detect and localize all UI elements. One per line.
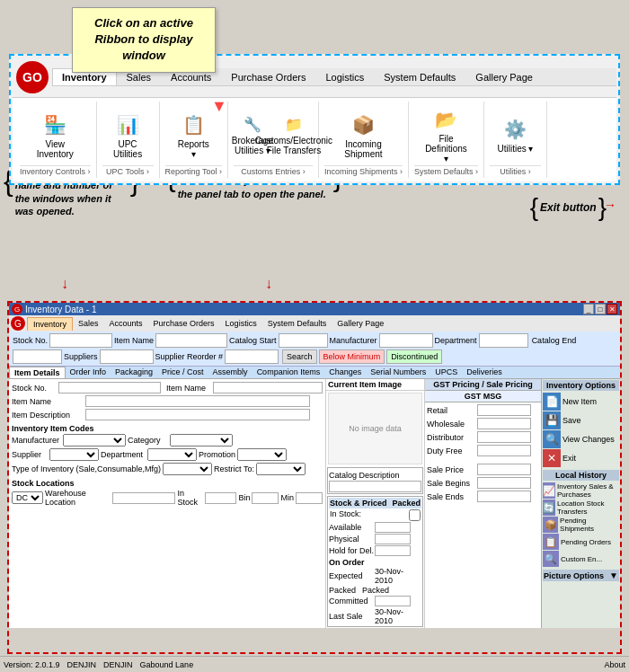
item-name-search-input[interactable] [155,333,227,348]
panel-tab-deliveries[interactable]: Deliveries [462,367,507,378]
department-input[interactable] [479,333,528,348]
panel-tab-serial[interactable]: Serial Numbers [366,367,430,378]
supplier-select[interactable] [49,448,99,461]
picture-options-label: Picture Options ▼ [543,570,619,581]
packed-checkbox[interactable] [409,509,421,521]
incoming-shipment-icon: 📦 [349,111,377,139]
distributor-input[interactable] [477,431,531,443]
type-inventory-select[interactable] [163,463,212,475]
sale-ends-input[interactable] [477,491,531,502]
retail-input[interactable] [477,404,531,416]
panel-tab-changes[interactable]: Changes [324,367,366,378]
inner-tab-purchase-orders[interactable]: Purchase Orders [148,317,220,331]
minimize-btn[interactable]: _ [583,304,594,314]
inner-tab-sales[interactable]: Sales [73,317,104,331]
location-stock-btn[interactable]: 🔄 [543,500,555,516]
restrict-to-select[interactable] [256,463,306,475]
ribbon-tab-logistics[interactable]: Logistics [315,68,374,85]
view-changes-btn[interactable]: 🔍 [543,430,561,448]
available-input[interactable] [375,522,411,533]
maximize-btn[interactable]: □ [595,304,606,314]
about-btn[interactable]: About [604,660,625,669]
panel-tab-upcs[interactable]: UPCS [430,367,462,378]
customs-file-btn[interactable]: 📁 Customs/Electronic File Transfers [275,113,313,156]
view-inventory-btn[interactable]: 🏪 View Inventory [32,109,77,161]
main-window-dashed: G Inventory Data - 1 _ □ ✕ G Inventory S… [7,301,622,654]
physical-input[interactable] [375,534,411,544]
catalog-desc-section: Catalog Description [327,467,423,494]
save-label: Save [563,416,581,425]
below-minimum-btn[interactable]: Below Minimum [319,349,385,364]
catalog-end-input[interactable] [13,349,62,364]
inner-tab-inventory[interactable]: Inventory [27,317,73,331]
discontinued-btn[interactable]: Discontinued [386,349,442,364]
item-name-2-field[interactable] [85,395,310,407]
sale-price-input[interactable] [477,464,531,475]
bin-label: Bin [238,493,250,502]
exit-btn[interactable]: ✕ [543,449,561,467]
view-inventory-icon: 🏪 [40,111,69,139]
save-btn-row: 💾 Save [543,411,619,429]
manufacturer-select[interactable] [63,434,126,447]
new-item-label: New Item [563,397,597,406]
catalog-desc-input[interactable] [329,481,421,492]
ribbon-area: GO Inventory Sales Accounts Purchase Ord… [9,54,620,185]
manufacturer-field-label: Manufacturer [12,436,61,445]
pending-shipments-btn[interactable]: 📦 [543,517,558,533]
panel-tab-price-cost[interactable]: Price / Cost [157,367,208,378]
stock-no-search-input[interactable] [49,333,112,348]
close-btn[interactable]: ✕ [607,304,617,314]
bin-input[interactable] [252,492,279,504]
department-select[interactable] [147,448,197,461]
item-name-field[interactable] [213,382,323,393]
warehouse-loc-input[interactable] [112,492,175,504]
utilities-btn[interactable]: ⚙️ Utilities ▾ [492,113,537,155]
upc-utilities-label: UPC Utilities [109,139,146,159]
catalog-start-input[interactable] [279,333,328,348]
available-row: Available Physical Hold for Del. On Orde… [329,522,421,625]
manufacturer-input[interactable] [379,333,433,348]
incoming-shipment-btn[interactable]: 📦 Incoming Shipment [341,109,385,161]
panel-tab-item-details[interactable]: Item Details [9,367,66,378]
reports-btn[interactable]: 📋 Reports ▾ [171,109,216,161]
inventory-sales-btn[interactable]: 📈 [543,482,555,499]
panel-tab-order-info[interactable]: Order Info [66,367,111,378]
inner-tab-accounts[interactable]: Accounts [104,317,148,331]
dc-select[interactable]: DC [12,491,43,504]
hold-for-del-input[interactable] [375,545,411,556]
app-logo-small: G [12,304,22,314]
sale-begins-input[interactable] [477,477,531,489]
in-stock-loc-input[interactable] [205,492,236,504]
type-inventory-label: Type of Inventory (Sale,Consumable,Mfg) [12,464,161,473]
panel-tab-packaging[interactable]: Packaging [111,367,157,378]
upc-utilities-btn[interactable]: 📊 UPC Utilities [105,109,150,161]
new-item-btn[interactable]: 📄 [543,393,561,411]
inner-tab-gallery[interactable]: Gallery Page [332,317,389,331]
supplier-reorder-input[interactable] [225,349,279,364]
stock-no-field[interactable] [58,382,161,393]
form-row-2: Item Name [12,395,323,407]
ribbon-tab-system-defaults[interactable]: System Defaults [374,68,465,85]
search-btn[interactable]: Search [282,349,317,364]
file-definitions-btn[interactable]: 📂 File Definitions ▾ [423,103,468,165]
inner-tab-system-defaults[interactable]: System Defaults [262,317,332,331]
inner-tab-logistics[interactable]: Logistics [220,317,262,331]
wholesale-input[interactable] [477,418,531,429]
min-input[interactable] [296,492,323,504]
item-desc-field[interactable] [85,409,310,420]
panel-tab-assembly[interactable]: Assembly [208,367,252,378]
custom-en-btn[interactable]: 🔍 [543,551,559,567]
file-definitions-icon: 📂 [431,105,460,134]
panel-tab-companion[interactable]: Companion Items [252,367,325,378]
duty-free-input[interactable] [477,445,531,456]
ribbon-tab-gallery[interactable]: Gallery Page [465,68,543,85]
app-logo: GO [16,61,49,93]
category-select[interactable] [170,434,233,447]
version-text: Version: 2.0.1.9 [4,660,60,669]
ribbon-tab-purchase-orders[interactable]: Purchase Orders [221,68,315,85]
save-btn[interactable]: 💾 [543,411,561,429]
committed-input[interactable] [375,596,411,606]
pending-orders-btn[interactable]: 📋 [543,534,559,550]
promotion-select[interactable] [237,448,287,461]
suppliers-input[interactable] [100,349,154,364]
